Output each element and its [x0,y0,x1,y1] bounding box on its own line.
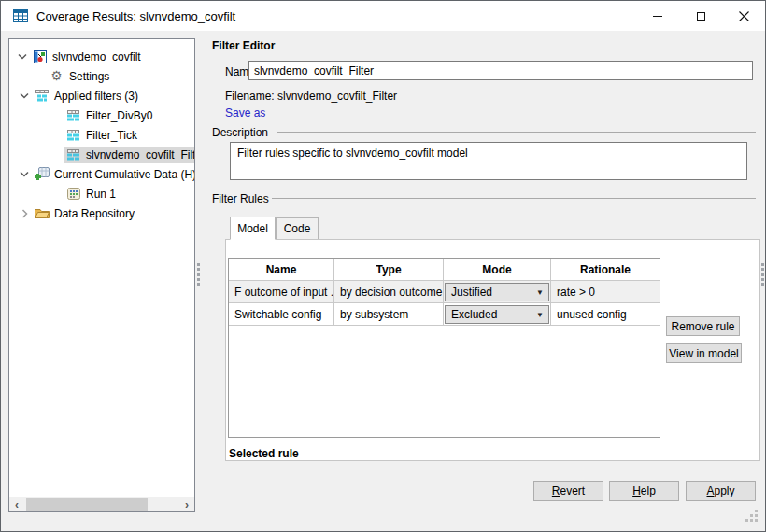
tree-item-settings[interactable]: ⚙ Settings [9,66,194,86]
description-group-line [277,132,756,133]
tree-item-label: Filter_DivBy0 [86,109,152,122]
tab-model[interactable]: Model [230,217,276,240]
titlebar[interactable]: Coverage Results: slvnvdemo_covfilt [1,1,765,31]
selected-tree-node[interactable]: slvnvdemo_covfilt_Filter [64,147,194,163]
maximize-button[interactable] [679,1,722,31]
rule-name-cell[interactable]: F outcome of input ... [229,281,334,303]
mode-dropdown[interactable]: Excluded ▼ [445,305,549,324]
mode-dropdown-value: Justified [451,286,492,299]
scrollbar-thumb[interactable] [26,498,148,511]
tab-code-label: Code [284,222,311,235]
rule-rationale-cell[interactable]: rate > 0 [551,281,660,303]
cumulative-data-icon [34,167,50,181]
tree-item-run-1[interactable]: Run 1 [9,184,194,203]
tree-item-label: Applied filters (3) [54,90,138,103]
col-header-type[interactable]: Type [334,259,444,281]
apply-button[interactable]: Apply [686,481,756,501]
rule-mode-cell[interactable]: Justified ▼ [444,281,551,303]
tab-code[interactable]: Code [276,217,319,240]
description-label: Description [212,126,268,139]
tree-item-filter-divby0[interactable]: Filter_DivBy0 [9,105,194,125]
rule-name-cell[interactable]: Switchable config [229,303,334,326]
results-tree-panel: slvnvdemo_covfilt ⚙ Settings [8,38,195,512]
close-button[interactable] [722,1,765,31]
name-input[interactable] [248,61,753,80]
tree-item-label: Filter_Tick [86,129,137,142]
view-in-model-button[interactable]: View in model [666,343,742,363]
filter-editor-heading: Filter Editor [212,39,275,52]
chevron-right-icon[interactable] [17,209,32,218]
tree-item-slvnvdemo-covfilt[interactable]: slvnvdemo_covfilt [9,47,194,66]
mode-dropdown-value: Excluded [451,308,497,321]
tree-item-label: slvnvdemo_covfilt_Filter [86,148,194,161]
tree-item-slvnvdemo-covfilt-filter[interactable]: slvnvdemo_covfilt_Filter [9,145,194,164]
model-icon [32,50,48,63]
tree-item-label: slvnvdemo_covfilt [52,50,141,63]
filter-icon [65,130,81,141]
rule-type-cell[interactable]: by decision outcome [334,281,444,303]
filter-icon [65,110,81,121]
table-row[interactable]: F outcome of input ... by decision outco… [229,281,660,303]
remove-rule-button[interactable]: Remove rule [666,316,740,336]
help-button[interactable]: Help [609,481,679,501]
minimize-icon [653,16,662,17]
tree-item-label: Run 1 [86,188,116,201]
minimize-button[interactable] [636,1,679,31]
filter-rules-label: Filter Rules [212,192,269,205]
filter-icon [65,149,81,161]
tree-horizontal-scrollbar[interactable]: ‹ › [9,497,194,511]
table-row[interactable]: Switchable config by subsystem Excluded … [229,303,660,326]
tree-item-label: Current Cumulative Data (H) [54,168,194,181]
tree-item-applied-filters[interactable]: Applied filters (3) [9,86,194,105]
col-header-name[interactable]: Name [229,259,334,281]
filter-table-icon [34,90,50,102]
tree-item-label: Data Repository [54,207,135,220]
col-header-rationale[interactable]: Rationale [551,259,660,281]
mode-dropdown[interactable]: Justified ▼ [445,283,549,301]
combo-arrow-icon: ▼ [536,311,544,319]
chevron-down-icon[interactable] [17,92,32,99]
rule-rationale-cell[interactable]: unused config [551,303,660,326]
combo-arrow-icon: ▼ [536,288,544,297]
chevron-down-icon[interactable] [15,53,30,60]
run-icon [65,188,81,200]
tab-model-label: Model [237,222,268,235]
chevron-down-icon[interactable] [17,171,32,177]
tree-item-filter-tick[interactable]: Filter_Tick [9,125,194,145]
col-header-mode[interactable]: Mode [444,259,551,281]
coverage-results-window: Coverage Results: slvnvdemo_covfilt [0,0,766,532]
filename-text: Filename: slvnvdemo_covfilt_Filter [225,90,397,103]
right-splitter-grip[interactable] [761,263,765,286]
selected-rule-label: Selected rule [229,447,299,460]
description-textarea[interactable]: Filter rules specific to slvnvdemo_covfi… [230,142,747,180]
results-tree: slvnvdemo_covfilt ⚙ Settings [9,47,194,496]
folder-icon [34,207,50,219]
scroll-left-icon[interactable]: ‹ [9,497,24,512]
scrollbar-track[interactable] [24,497,179,512]
resize-grip-icon[interactable] [745,510,759,527]
close-icon [739,11,749,21]
filter-rules-table: Name Type Mode Rationale F outcome of in… [228,258,660,438]
save-as-link[interactable]: Save as [225,106,265,119]
tree-item-label: Settings [69,70,109,83]
maximize-icon [697,12,705,21]
panel-splitter-grip[interactable] [197,263,201,286]
revert-button[interactable]: Revert [533,481,603,501]
scroll-right-icon[interactable]: › [179,497,194,512]
rule-type-cell[interactable]: by subsystem [334,303,444,326]
table-header-row: Name Type Mode Rationale [229,259,660,281]
tree-item-current-cumulative-data[interactable]: Current Cumulative Data (H) [9,164,194,184]
window-icon [13,9,28,22]
filter-rules-group-line [272,198,756,199]
gear-icon: ⚙ [49,70,64,82]
tree-item-data-repository[interactable]: Data Repository [9,203,194,223]
rule-mode-cell[interactable]: Excluded ▼ [444,303,551,326]
window-title: Coverage Results: slvnvdemo_covfilt [36,9,235,23]
